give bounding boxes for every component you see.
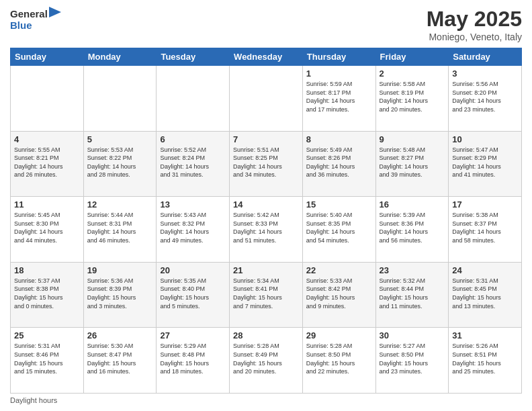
header-saturday: Saturday [449, 48, 522, 66]
cell-week1-day2: 6Sunrise: 5:52 AM Sunset: 8:24 PM Daylig… [157, 131, 230, 197]
day-info: Sunrise: 5:28 AM Sunset: 8:50 PM Dayligh… [306, 342, 372, 375]
cell-week3-day2: 20Sunrise: 5:35 AM Sunset: 8:40 PM Dayli… [157, 262, 230, 328]
day-number: 21 [233, 265, 299, 275]
day-info: Sunrise: 5:29 AM Sunset: 8:48 PM Dayligh… [160, 342, 226, 375]
cell-week1-day4: 8Sunrise: 5:49 AM Sunset: 8:26 PM Daylig… [302, 131, 375, 197]
cell-week3-day0: 18Sunrise: 5:37 AM Sunset: 8:38 PM Dayli… [11, 262, 84, 328]
cell-week4-day6: 31Sunrise: 5:26 AM Sunset: 8:51 PM Dayli… [449, 328, 522, 394]
day-number: 16 [380, 199, 445, 210]
cell-week0-day5: 2Sunrise: 5:58 AM Sunset: 8:19 PM Daylig… [375, 66, 449, 132]
day-number: 30 [380, 330, 445, 340]
month-title: May 2025 [427, 7, 522, 32]
day-info: Sunrise: 5:56 AM Sunset: 8:20 PM Dayligh… [452, 80, 518, 113]
day-number: 9 [380, 134, 445, 144]
day-number: 31 [452, 330, 518, 340]
day-info: Sunrise: 5:35 AM Sunset: 8:40 PM Dayligh… [160, 277, 226, 310]
day-info: Sunrise: 5:30 AM Sunset: 8:47 PM Dayligh… [87, 342, 153, 375]
day-info: Sunrise: 5:47 AM Sunset: 8:29 PM Dayligh… [452, 146, 518, 179]
day-number: 14 [233, 199, 299, 210]
day-number: 19 [87, 265, 153, 275]
day-number: 27 [160, 330, 226, 340]
day-info: Sunrise: 5:59 AM Sunset: 8:17 PM Dayligh… [306, 80, 372, 113]
day-info: Sunrise: 5:49 AM Sunset: 8:26 PM Dayligh… [306, 146, 372, 179]
header-wednesday: Wednesday [230, 48, 303, 66]
cell-week0-day1 [83, 66, 157, 132]
cell-week4-day4: 29Sunrise: 5:28 AM Sunset: 8:50 PM Dayli… [302, 328, 375, 394]
week-row-0: 1Sunrise: 5:59 AM Sunset: 8:17 PM Daylig… [11, 66, 522, 132]
day-info: Sunrise: 5:42 AM Sunset: 8:33 PM Dayligh… [233, 211, 299, 244]
week-row-2: 11Sunrise: 5:45 AM Sunset: 8:30 PM Dayli… [11, 197, 522, 263]
cell-week0-day3 [230, 66, 303, 132]
cell-week2-day0: 11Sunrise: 5:45 AM Sunset: 8:30 PM Dayli… [11, 197, 84, 263]
calendar-header-row: SundayMondayTuesdayWednesdayThursdayFrid… [11, 48, 522, 66]
header: General Blue May 2025 Moniego, Veneto, I… [10, 7, 522, 42]
cell-week4-day0: 25Sunrise: 5:31 AM Sunset: 8:46 PM Dayli… [11, 328, 84, 394]
header-thursday: Thursday [302, 48, 375, 66]
day-number: 22 [306, 265, 372, 275]
cell-week3-day6: 24Sunrise: 5:31 AM Sunset: 8:45 PM Dayli… [449, 262, 522, 328]
cell-week1-day5: 9Sunrise: 5:48 AM Sunset: 8:27 PM Daylig… [375, 131, 449, 197]
calendar-table: SundayMondayTuesdayWednesdayThursdayFrid… [10, 48, 522, 394]
day-info: Sunrise: 5:40 AM Sunset: 8:35 PM Dayligh… [306, 211, 372, 244]
day-info: Sunrise: 5:48 AM Sunset: 8:27 PM Dayligh… [380, 146, 445, 179]
cell-week1-day3: 7Sunrise: 5:51 AM Sunset: 8:25 PM Daylig… [230, 131, 303, 197]
svg-marker-0 [49, 7, 61, 17]
day-number: 23 [380, 265, 445, 275]
day-info: Sunrise: 5:51 AM Sunset: 8:25 PM Dayligh… [233, 146, 299, 179]
day-number: 18 [14, 265, 80, 275]
day-info: Sunrise: 5:31 AM Sunset: 8:45 PM Dayligh… [452, 277, 518, 310]
day-info: Sunrise: 5:38 AM Sunset: 8:37 PM Dayligh… [452, 211, 518, 244]
cell-week1-day0: 4Sunrise: 5:55 AM Sunset: 8:21 PM Daylig… [11, 131, 84, 197]
cell-week3-day5: 23Sunrise: 5:32 AM Sunset: 8:44 PM Dayli… [375, 262, 449, 328]
cell-week2-day5: 16Sunrise: 5:39 AM Sunset: 8:36 PM Dayli… [375, 197, 449, 263]
day-number: 6 [160, 134, 226, 144]
day-number: 12 [87, 199, 153, 210]
logo: General Blue [10, 7, 48, 31]
day-number: 15 [306, 199, 372, 210]
day-info: Sunrise: 5:43 AM Sunset: 8:32 PM Dayligh… [160, 211, 226, 244]
day-number: 3 [452, 68, 518, 79]
header-friday: Friday [375, 48, 449, 66]
cell-week2-day4: 15Sunrise: 5:40 AM Sunset: 8:35 PM Dayli… [302, 197, 375, 263]
day-info: Sunrise: 5:33 AM Sunset: 8:42 PM Dayligh… [306, 277, 372, 310]
day-number: 24 [452, 265, 518, 275]
day-info: Sunrise: 5:34 AM Sunset: 8:41 PM Dayligh… [233, 277, 299, 310]
cell-week2-day1: 12Sunrise: 5:44 AM Sunset: 8:31 PM Dayli… [83, 197, 157, 263]
cell-week1-day1: 5Sunrise: 5:53 AM Sunset: 8:22 PM Daylig… [83, 131, 157, 197]
day-info: Sunrise: 5:45 AM Sunset: 8:30 PM Dayligh… [14, 211, 80, 244]
header-sunday: Sunday [11, 48, 84, 66]
cell-week0-day4: 1Sunrise: 5:59 AM Sunset: 8:17 PM Daylig… [302, 66, 375, 132]
day-info: Sunrise: 5:28 AM Sunset: 8:49 PM Dayligh… [233, 342, 299, 375]
footer-note: Daylight hours [10, 396, 522, 404]
day-number: 17 [452, 199, 518, 210]
cell-week0-day6: 3Sunrise: 5:56 AM Sunset: 8:20 PM Daylig… [449, 66, 522, 132]
cell-week4-day1: 26Sunrise: 5:30 AM Sunset: 8:47 PM Dayli… [83, 328, 157, 394]
cell-week4-day5: 30Sunrise: 5:27 AM Sunset: 8:50 PM Dayli… [375, 328, 449, 394]
day-info: Sunrise: 5:52 AM Sunset: 8:24 PM Dayligh… [160, 146, 226, 179]
day-number: 4 [14, 134, 80, 144]
logo-triangle-icon [49, 7, 61, 17]
logo-general-text: General [10, 7, 48, 20]
cell-week2-day6: 17Sunrise: 5:38 AM Sunset: 8:37 PM Dayli… [449, 197, 522, 263]
page: General Blue May 2025 Moniego, Veneto, I… [0, 0, 532, 411]
cell-week0-day0 [11, 66, 84, 132]
week-row-3: 18Sunrise: 5:37 AM Sunset: 8:38 PM Dayli… [11, 262, 522, 328]
logo-blue-text: Blue [10, 20, 48, 32]
day-info: Sunrise: 5:55 AM Sunset: 8:21 PM Dayligh… [14, 146, 80, 179]
day-number: 10 [452, 134, 518, 144]
cell-week4-day3: 28Sunrise: 5:28 AM Sunset: 8:49 PM Dayli… [230, 328, 303, 394]
header-tuesday: Tuesday [157, 48, 230, 66]
day-number: 2 [380, 68, 445, 79]
cell-week0-day2 [157, 66, 230, 132]
day-number: 28 [233, 330, 299, 340]
day-info: Sunrise: 5:44 AM Sunset: 8:31 PM Dayligh… [87, 211, 153, 244]
day-info: Sunrise: 5:27 AM Sunset: 8:50 PM Dayligh… [380, 342, 445, 375]
cell-week2-day3: 14Sunrise: 5:42 AM Sunset: 8:33 PM Dayli… [230, 197, 303, 263]
title-block: May 2025 Moniego, Veneto, Italy [427, 7, 522, 42]
header-monday: Monday [83, 48, 157, 66]
location: Moniego, Veneto, Italy [427, 32, 522, 42]
day-info: Sunrise: 5:58 AM Sunset: 8:19 PM Dayligh… [380, 80, 445, 113]
day-number: 13 [160, 199, 226, 210]
cell-week3-day3: 21Sunrise: 5:34 AM Sunset: 8:41 PM Dayli… [230, 262, 303, 328]
day-info: Sunrise: 5:26 AM Sunset: 8:51 PM Dayligh… [452, 342, 518, 375]
